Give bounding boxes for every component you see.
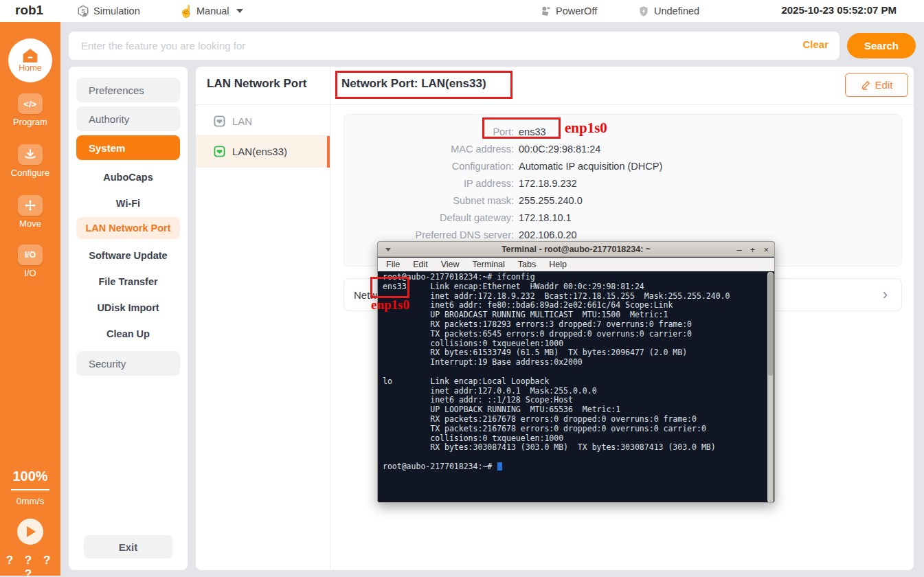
program-icon: </> <box>18 93 43 114</box>
nav-item-preferences[interactable]: Preferences <box>76 78 180 102</box>
field-configuration: Configuration:Automatic IP acquisition (… <box>344 157 901 174</box>
list-item-lan-ens33[interactable]: LAN(ens33) <box>196 136 330 168</box>
collapsed-card-label: Netw <box>354 289 377 301</box>
simulation-icon: S <box>77 5 89 17</box>
maximize-button[interactable]: + <box>750 245 756 255</box>
sidebar-item-label: I/O <box>24 268 36 278</box>
app-root: rob1 S Simulation ☝ Manual PowerOff Unde… <box>0 0 924 577</box>
home-icon <box>22 49 38 63</box>
field-ip: IP address:172.18.9.232 <box>344 174 901 192</box>
sidebar-item-home[interactable]: Home <box>8 38 52 82</box>
power-status[interactable]: PowerOff <box>539 0 597 22</box>
sidebar-item-program[interactable]: </> Program <box>0 93 60 127</box>
safety-status[interactable]: Undefined <box>638 0 699 22</box>
simulation-indicator[interactable]: S Simulation <box>77 0 140 22</box>
speed-underline <box>11 489 49 490</box>
list-item-label: LAN(ens33) <box>232 146 287 157</box>
search-button[interactable]: Search <box>847 33 916 58</box>
edit-button[interactable]: Edit <box>845 73 908 97</box>
nav-item-authority[interactable]: Authority <box>76 106 180 131</box>
menu-tabs[interactable]: Tabs <box>518 260 536 269</box>
speed-value: 0mm/s <box>0 496 60 506</box>
speed-percent[interactable]: 100% <box>0 468 60 484</box>
terminal-output: root@aubo-2177018234:~# ifconfig ens33 L… <box>383 273 730 472</box>
simulation-label: Simulation <box>93 5 140 16</box>
menu-edit[interactable]: Edit <box>413 260 428 269</box>
datetime: 2025-10-23 05:52:07 PM <box>781 4 897 16</box>
list-item-lan[interactable]: LAN <box>196 106 330 136</box>
sidebar-item-label: Home <box>19 63 41 73</box>
terminal-window[interactable]: Terminal - root@aubo-2177018234: ~ – + ×… <box>377 241 775 503</box>
nav-item-lan-network-port[interactable]: LAN Network Port <box>76 217 180 239</box>
chevron-down-icon <box>236 9 243 13</box>
sidebar-item-configure[interactable]: Configure <box>0 144 60 178</box>
sidebar-item-label: Configure <box>11 168 49 178</box>
nav-item-security[interactable]: Security <box>76 351 180 376</box>
close-button[interactable]: × <box>763 245 769 255</box>
sidebar-item-move[interactable]: Move <box>0 195 60 229</box>
list-title: LAN Network Port <box>207 77 306 91</box>
terminal-title: Terminal - root@aubo-2177018234: ~ <box>378 245 774 254</box>
nav-item-wifi[interactable]: Wi-Fi <box>76 194 180 212</box>
selected-indicator <box>327 136 330 168</box>
nav-item-system[interactable]: System <box>76 135 180 160</box>
help-question-marks[interactable]: ? ? ? ? <box>0 554 60 577</box>
search-box: Clear <box>69 32 840 60</box>
io-icon: I/O <box>18 245 43 265</box>
sidebar-item-label: Move <box>19 218 41 229</box>
field-port: Port:ens33 <box>344 123 901 140</box>
hand-icon: ☝ <box>180 5 192 17</box>
field-mac: MAC address:00:0C:29:98:81:24 <box>344 140 901 157</box>
sidebar-item-io[interactable]: I/O I/O <box>0 245 60 278</box>
terminal-body[interactable]: root@aubo-2177018234:~# ifconfig ens33 L… <box>378 271 774 503</box>
clear-button[interactable]: Clear <box>802 38 829 50</box>
robot-arm-icon <box>539 5 552 17</box>
list-item-label: LAN <box>232 115 252 127</box>
nav-item-software-update[interactable]: Software Update <box>76 247 180 264</box>
exit-button[interactable]: Exit <box>84 535 172 558</box>
nav-item-aubocaps[interactable]: AuboCaps <box>76 168 180 186</box>
scrollbar-thumb[interactable] <box>768 273 773 376</box>
shield-icon <box>638 5 650 17</box>
menu-file[interactable]: File <box>386 260 400 269</box>
robot-name: rob1 <box>15 3 43 18</box>
mode-label: Manual <box>196 5 229 16</box>
configure-icon <box>18 144 43 165</box>
search-input[interactable] <box>69 32 840 60</box>
power-label: PowerOff <box>556 5 597 16</box>
terminal-cursor <box>497 462 502 471</box>
top-bar: rob1 S Simulation ☝ Manual PowerOff Unde… <box>0 0 924 22</box>
pencil-icon <box>861 80 871 90</box>
nav-item-udisk-import[interactable]: UDisk Import <box>76 299 180 317</box>
play-icon <box>27 526 36 537</box>
detail-title: Network Port: LAN(ens33) <box>341 77 486 91</box>
move-icon <box>18 195 43 216</box>
menu-terminal[interactable]: Terminal <box>473 260 505 269</box>
safety-label: Undefined <box>654 5 699 16</box>
menu-help[interactable]: Help <box>549 260 567 269</box>
terminal-titlebar[interactable]: Terminal - root@aubo-2177018234: ~ – + × <box>378 242 774 257</box>
play-button[interactable] <box>17 519 43 545</box>
nav-item-clean-up[interactable]: Clean Up <box>76 325 180 343</box>
minimize-button[interactable]: – <box>737 245 742 255</box>
terminal-scrollbar[interactable] <box>767 272 774 503</box>
mode-dropdown[interactable]: ☝ Manual <box>180 0 243 22</box>
terminal-menubar: File Edit View Terminal Tabs Help <box>378 258 774 271</box>
nav-item-file-transfer[interactable]: File Transfer <box>76 273 180 291</box>
field-gateway: Default gateway:172.18.10.1 <box>344 209 901 226</box>
settings-nav-panel: Preferences Authority System AuboCaps Wi… <box>69 67 188 570</box>
field-subnet: Subnet mask:255.255.240.0 <box>344 192 901 209</box>
main-sidebar: Home </> Program Configure Move I/O I/O … <box>0 22 60 576</box>
chevron-right-icon: › <box>883 287 888 302</box>
ethernet-icon <box>214 115 225 127</box>
header-divider <box>196 104 914 105</box>
sidebar-item-label: Program <box>13 117 47 127</box>
ethernet-icon-active <box>214 146 225 157</box>
menu-view[interactable]: View <box>441 260 460 269</box>
column-divider <box>330 67 330 570</box>
